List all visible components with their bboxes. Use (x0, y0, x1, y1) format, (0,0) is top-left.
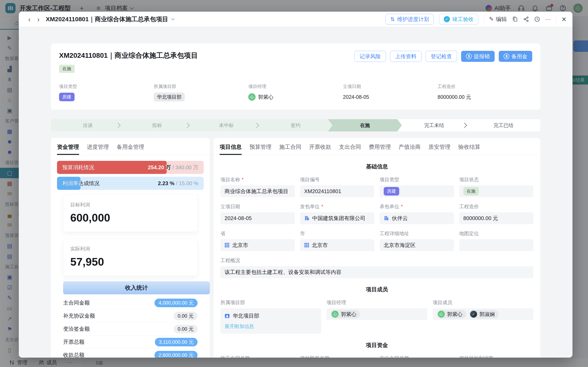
income-statistics-button[interactable]: 收入统计 (63, 281, 210, 294)
tab-item[interactable]: 施工合同 (279, 143, 301, 155)
type-badge: 房建 (384, 187, 399, 196)
tab-item[interactable]: 预算管理 (249, 143, 272, 155)
money-icon: $ (504, 53, 509, 59)
project-info-panel: 项目信息预算管理施工合同开票收款支出合同费用管理产值洽商质安管理验收结算 基础信… (213, 138, 540, 358)
history-button[interactable] (534, 16, 540, 22)
field-value-box[interactable]: 在施 (459, 185, 534, 197)
expand-extra-info-link[interactable]: 展开附加信息 (224, 323, 254, 330)
prev-record-button[interactable]: ‹ (25, 15, 34, 23)
region-grid-icon (224, 243, 230, 248)
tab-item[interactable]: 备用金管理 (117, 143, 144, 155)
field-text: 8000000.00 元 (463, 215, 498, 222)
stage-step-done[interactable]: 签约 (259, 119, 332, 132)
tab-item[interactable]: 支出合同 (339, 143, 361, 155)
building-icon (384, 216, 389, 221)
tab-item[interactable]: 验收结算 (458, 143, 480, 155)
stage-step-done[interactable]: 投标 (120, 119, 194, 132)
finance-panel: 资金管理进度管理备用金管理 预算消耗情况254.20 万 / 340.00 万预… (51, 138, 210, 358)
field-value-box[interactable]: 心郭紫心 (326, 308, 427, 320)
field-grid: 施工合同总额4,000,000.00 元项目预算总额3,400,000.00 元… (221, 355, 533, 358)
building-icon (304, 216, 309, 221)
petty-cash-button[interactable]: $备用金 (499, 51, 532, 62)
field-value: 房建 (59, 92, 154, 101)
actual-profit-card: 实际利润 57,950 (63, 239, 197, 276)
upload-file-button[interactable]: 上传资料 (390, 51, 421, 62)
field-value-box[interactable]: 华北项目部展开附加信息 (221, 308, 321, 334)
field-value-box[interactable]: 2024-08-05 (221, 212, 295, 224)
stage-step-todo[interactable]: 完工未结 (397, 119, 471, 132)
close-icon[interactable]: × (562, 15, 566, 23)
income-summary-list: 主合同金额4,000,000.00 元补充协议金额0.00 元变洽签金额0.00… (63, 296, 197, 358)
field-value-box[interactable]: 商业综合体施工总承包项目 (221, 185, 295, 197)
field-label: 工程详细地址 (380, 230, 454, 237)
maintain-schedule-button[interactable]: ⇅ 维护进度计划 (385, 14, 434, 25)
pencil-icon: ✎ (489, 16, 494, 23)
field-value-box[interactable]: 该工程主要包括土建工程、设备安装和调试等内容 (221, 266, 533, 278)
copy-button[interactable] (512, 16, 518, 22)
region-name: 北京市 (312, 242, 328, 249)
tab-item[interactable]: 质安管理 (428, 143, 451, 155)
tab-active[interactable]: 项目信息 (220, 143, 242, 155)
member-pill[interactable]: ✓郭淑娴 (469, 310, 499, 318)
field-value-box[interactable]: 北京市 (300, 239, 375, 251)
field-value-box[interactable]: 北京市海淀区 (380, 239, 454, 251)
section-title: 项目成员 (221, 286, 533, 293)
field-value-box[interactable]: 北京市 (221, 239, 295, 251)
tab-item[interactable]: 产值洽商 (399, 143, 421, 155)
button-label: 提报销 (474, 53, 490, 60)
member-pill[interactable]: 心郭紫心 (331, 310, 360, 318)
field-label: 承包单位* (380, 203, 454, 210)
required-asterisk: * (242, 177, 244, 182)
tab-item[interactable]: 费用管理 (369, 143, 391, 155)
field-value-box[interactable]: 心郭紫心✓郭淑娴 (433, 308, 533, 320)
member-name: 郭紫心 (447, 311, 462, 317)
region-name: 北京市 (232, 242, 248, 249)
modal-title[interactable]: XM2024110801｜商业综合体施工总承包项目 (46, 15, 174, 24)
stage-step-todo[interactable]: 完工已结 (467, 119, 540, 132)
summary-field: 所属项目部华北项目部 (154, 83, 248, 101)
stage-step-label: 洽谈 (83, 122, 93, 129)
stage-step-done[interactable]: 未中标 (189, 119, 263, 132)
record-risk-button[interactable]: 记录风险 (354, 51, 386, 62)
register-check-button[interactable]: 登记检查 (426, 51, 457, 62)
field-value-box[interactable]: 房建 (380, 185, 454, 197)
share-button[interactable] (523, 16, 529, 22)
field: 所属项目部华北项目部展开附加信息 (221, 299, 321, 334)
stage-step-active[interactable]: 在施 (328, 119, 402, 132)
chevron-down-icon (171, 17, 174, 20)
field: 市北京市 (300, 230, 375, 251)
edit-button[interactable]: ✎ 编辑 (489, 16, 507, 23)
next-record-button[interactable]: › (34, 15, 43, 23)
member-pill[interactable]: 心郭紫心 (437, 310, 466, 318)
project-detail-modal: ‹ › XM2024110801｜商业综合体施工总承包项目 ⇅ 维护进度计划 ✓… (19, 12, 572, 358)
dept-chip: 华北项目部 (154, 92, 185, 101)
progress-total: / 340.00 万 (171, 164, 198, 170)
field-value-box[interactable]: 8000000.00 元 (459, 212, 534, 224)
field-label: 项目目标利润率 (459, 355, 534, 358)
project-info-tabs: 项目信息预算管理施工合同开票收款支出合同费用管理产值洽商质安管理验收结算 (213, 138, 540, 155)
field-value-box[interactable]: XM2024110801 (300, 185, 375, 197)
field-value-box[interactable] (459, 239, 534, 251)
field: 立项日期2024-08-05 (221, 203, 295, 224)
tab-active[interactable]: 资金管理 (57, 143, 79, 155)
stage-step-done[interactable]: 洽谈 (51, 119, 125, 132)
sort-icon: ⇅ (390, 16, 395, 23)
field-value-box[interactable]: 伙伴云 (380, 212, 454, 224)
summary-field: 项目经理心郭紫心 (248, 83, 343, 101)
field: 项目经理心郭紫心 (326, 299, 427, 334)
member-name: 郭紫心 (341, 311, 356, 317)
amount-pill: 3,110,000.00 元 (155, 338, 197, 346)
submit-expense-button[interactable]: $提报销 (461, 51, 495, 62)
org-name: 伙伴云 (392, 215, 408, 222)
field-value: 8000000.00 元 (438, 92, 532, 101)
target-profit-card: 目标利润 600,000 (63, 195, 197, 232)
field-value-box[interactable]: 中国建筑集团有限公司 (300, 212, 375, 224)
more-actions-button[interactable]: ··· (545, 16, 551, 23)
completion-acceptance-button[interactable]: ✓ 竣工验收 (439, 14, 478, 25)
tab-item[interactable]: 开票收款 (309, 143, 331, 155)
stage-step-label: 签约 (291, 122, 300, 129)
progress-text-clip: 利润率达成情况2.23 % / 15.00 % (57, 177, 80, 190)
tab-item[interactable]: 进度管理 (87, 143, 109, 155)
stat-label: 实际利润 (70, 246, 190, 252)
field: 项目成员心郭紫心✓郭淑娴 (433, 299, 533, 334)
